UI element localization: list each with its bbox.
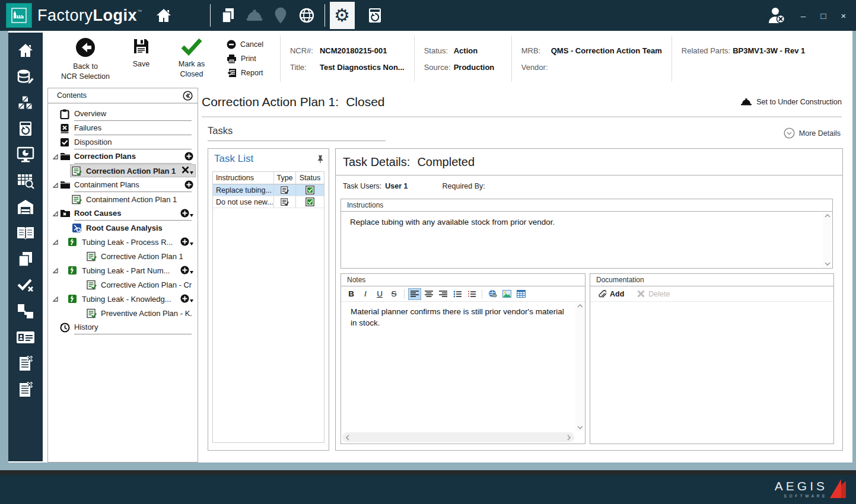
add-plan-button[interactable] xyxy=(184,180,193,189)
expander-icon[interactable] xyxy=(51,211,60,216)
page-title: Correction Action Plan 1:Closed xyxy=(202,95,385,109)
globe-icon[interactable] xyxy=(294,4,320,27)
tree-item-containment-plans[interactable]: Containment Plans xyxy=(48,178,198,192)
task-list-panel: Task List Instructions Type Status Repla… xyxy=(208,148,329,451)
task-list-title: Task List xyxy=(214,153,317,165)
expander-icon[interactable] xyxy=(51,296,60,302)
home-icon[interactable] xyxy=(151,4,177,27)
tree-item-tubing-leak-knowledge[interactable]: Tubing Leak - Knowledg... xyxy=(48,292,198,306)
minimize-button[interactable]: – xyxy=(795,8,811,23)
add-plan-button[interactable] xyxy=(184,152,193,161)
documentation-list[interactable] xyxy=(590,302,833,444)
back-to-ncr-selection-button[interactable]: Back toNCR Selection xyxy=(58,31,113,87)
data-edit-icon[interactable] xyxy=(15,67,36,85)
notes-horizontal-scrollbar[interactable] xyxy=(342,432,574,442)
save-button[interactable]: Save xyxy=(126,31,157,87)
tree-item-corrective-action-plan-cr[interactable]: Corrective Action Plan - Cr... xyxy=(48,277,198,292)
maximize-button[interactable]: □ xyxy=(816,8,831,23)
tree-item-preventive-action-plan-k[interactable]: Preventive Action Plan - K... xyxy=(48,306,198,320)
tree-item-tubing-leak-part-number[interactable]: Tubing Leak - Part Num... xyxy=(48,263,198,277)
home-nav-icon[interactable] xyxy=(15,41,36,59)
settings-gear-icon[interactable]: ⚙ xyxy=(330,2,355,29)
titlebar: FactoryLogix™ ⚙ – □ × xyxy=(0,0,856,31)
tree-item-overview[interactable]: Overview xyxy=(48,107,198,121)
tree-item-correction-action-plan-1[interactable]: Correction Action Plan 1 xyxy=(48,164,198,178)
documents-icon[interactable] xyxy=(215,4,241,27)
underline-button[interactable]: U xyxy=(373,288,386,300)
add-document-button[interactable]: Add xyxy=(597,289,624,298)
tree-item-failures[interactable]: Failures xyxy=(48,121,198,135)
factorylogix-logo-icon xyxy=(6,3,32,28)
checklist-remove-icon[interactable] xyxy=(15,354,36,372)
report-icon xyxy=(227,68,237,78)
checklist-remove-icon-2[interactable] xyxy=(15,380,36,398)
align-right-button[interactable] xyxy=(437,288,450,300)
tree-item-containment-action-plan-1[interactable]: Containment Action Plan 1 xyxy=(48,192,198,206)
tree-item-root-causes[interactable]: Root Causes xyxy=(48,206,198,221)
task-details-panel: Task Details:Completed Task Users: User … xyxy=(335,148,843,451)
bullet-list-button[interactable] xyxy=(451,288,464,300)
delete-document-button[interactable]: Delete xyxy=(637,290,670,298)
delete-plan-button[interactable] xyxy=(182,166,193,174)
notes-text[interactable]: Material planner confirms there is still… xyxy=(341,302,585,334)
print-button[interactable]: Print xyxy=(227,54,263,63)
tree-item-disposition[interactable]: Disposition xyxy=(48,135,198,149)
expander-icon[interactable] xyxy=(51,154,60,160)
italic-button[interactable]: I xyxy=(359,288,372,300)
tree-item-history[interactable]: History xyxy=(48,320,198,334)
tree-item-tubing-leak-process[interactable]: Tubing Leak - Process R... xyxy=(48,235,198,249)
vendor-label: Vendor: xyxy=(521,63,549,72)
tree-item-corrective-action-plan-1[interactable]: Corrective Action Plan 1 xyxy=(48,249,198,263)
strikethrough-button[interactable]: S xyxy=(387,288,400,300)
col-status[interactable]: Status xyxy=(295,172,324,184)
expander-icon[interactable] xyxy=(51,183,60,188)
blocks-icon[interactable] xyxy=(15,93,36,111)
numbered-list-button[interactable] xyxy=(465,288,478,300)
instructions-scrollbar[interactable] xyxy=(823,212,832,267)
cancel-button[interactable]: Cancel xyxy=(227,40,263,49)
add-plan-button[interactable] xyxy=(180,237,193,246)
mark-as-closed-button[interactable]: Mark asClosed xyxy=(172,31,211,87)
align-left-button[interactable] xyxy=(408,288,421,300)
report-button[interactable]: Report xyxy=(227,68,263,78)
add-plan-button[interactable] xyxy=(180,266,193,275)
col-type[interactable]: Type xyxy=(273,172,295,184)
insert-image-icon[interactable] xyxy=(500,288,513,300)
task-row-1[interactable]: Replace tubing... xyxy=(213,184,324,196)
expander-icon[interactable] xyxy=(51,268,60,273)
insert-table-icon[interactable] xyxy=(514,288,527,300)
scroll-right-icon xyxy=(567,435,571,441)
expander-icon[interactable] xyxy=(51,240,60,245)
ncr-label: NCR#: xyxy=(290,46,317,55)
location-pin-icon[interactable] xyxy=(268,4,294,27)
notes-vertical-scrollbar[interactable] xyxy=(575,302,584,431)
more-details-button[interactable]: More Details xyxy=(784,127,841,141)
logout-user-icon[interactable] xyxy=(763,4,790,27)
align-center-button[interactable] xyxy=(422,288,435,300)
dashboard-monitor-icon[interactable] xyxy=(15,145,36,164)
process-history-icon[interactable] xyxy=(362,4,388,27)
book-open-icon[interactable] xyxy=(15,224,36,242)
history-book-icon[interactable] xyxy=(15,119,36,138)
hardhat-icon[interactable] xyxy=(241,4,268,27)
add-plan-button[interactable] xyxy=(180,294,193,303)
bold-button[interactable]: B xyxy=(345,288,358,300)
pin-icon[interactable] xyxy=(317,155,324,163)
transfer-icon[interactable] xyxy=(15,302,36,320)
check-x-icon[interactable] xyxy=(15,276,36,294)
collapse-panel-icon[interactable] xyxy=(183,91,193,101)
add-root-cause-button[interactable] xyxy=(180,209,193,218)
notes-groupbox: Notes B I U S Material planner confirms … xyxy=(341,273,585,444)
copy-pages-icon[interactable] xyxy=(15,250,36,268)
table-search-icon[interactable] xyxy=(15,171,36,190)
tree-item-root-cause-analysis[interactable]: Root Cause Analysis xyxy=(48,221,198,235)
task-row-2[interactable]: Do not use new... xyxy=(213,196,324,208)
set-under-construction-button[interactable]: Set to Under Construction xyxy=(740,97,842,107)
warehouse-icon[interactable] xyxy=(15,197,36,216)
id-card-icon[interactable] xyxy=(15,328,36,346)
menu-hint-icon xyxy=(190,171,193,174)
close-button[interactable]: × xyxy=(836,8,851,23)
tree-item-correction-plans[interactable]: Correction Plans xyxy=(48,149,198,164)
col-instructions[interactable]: Instructions xyxy=(213,174,273,182)
insert-link-icon[interactable] xyxy=(486,288,499,300)
